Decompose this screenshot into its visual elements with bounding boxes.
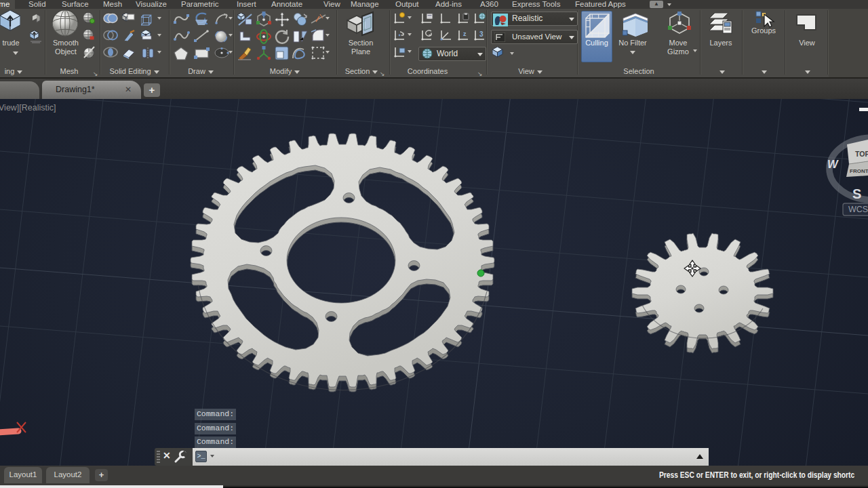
svg-text:FRONT: FRONT bbox=[850, 168, 868, 174]
svg-text:WCS: WCS bbox=[848, 205, 868, 214]
svg-text:W: W bbox=[827, 158, 839, 170]
svg-text:TOP: TOP bbox=[855, 150, 868, 158]
svg-text:S: S bbox=[852, 186, 861, 201]
svg-text:z: z bbox=[463, 30, 467, 37]
svg-text:3: 3 bbox=[479, 30, 484, 38]
